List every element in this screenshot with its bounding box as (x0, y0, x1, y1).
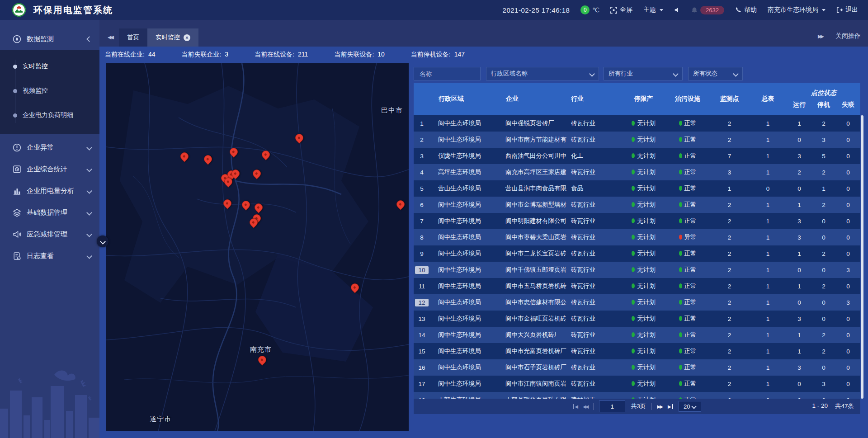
table-row[interactable]: 10 阆中生态环境局 阆中千佛镇五郎垭页岩 砖瓦行业 无计划 正常 2 1 0 … (414, 262, 860, 278)
tab-close-icon[interactable]: × (184, 34, 190, 41)
stats-bar: 当前在线企业:44 当前失联企业:3 当前在线设备:211 当前失联设备:10 … (105, 51, 465, 59)
table-row[interactable]: 13 阆中生态环境局 阆中市金福旺页岩机砖 砖瓦行业 无计划 正常 2 1 3 … (414, 311, 860, 327)
cell-treatment-facility: 正常 (665, 201, 710, 209)
map-pin-icon[interactable] (253, 202, 264, 213)
tab-home[interactable]: 首页 (119, 28, 147, 47)
previous-page-button[interactable]: ◀◀ (583, 404, 588, 409)
cell-region: 阆中生态环境局 (430, 217, 502, 225)
map-pin-icon[interactable] (179, 151, 190, 162)
map-marker-layer: 巴中市南充市遂宁市 (106, 63, 409, 431)
table-row[interactable]: 8 阆中生态环境局 阆中市枣碧大梁山页岩 砖瓦行业 无计划 异常 2 1 3 0… (414, 229, 860, 245)
map-pin-icon[interactable] (240, 199, 251, 210)
notifications-button[interactable]: 2632 (691, 6, 724, 14)
cell-treatment-facility: 正常 (665, 152, 710, 160)
table-row[interactable]: 2 阆中生态环境局 阆中市南方节能建材有 砖瓦行业 无计划 正常 2 1 0 3… (414, 132, 860, 148)
table-row[interactable]: 9 阆中生态环境局 阆中市二龙长宝页岩砖 砖瓦行业 无计划 正常 2 1 1 2… (414, 245, 860, 262)
map-pin-icon[interactable] (349, 282, 360, 293)
table-row[interactable]: 6 阆中生态环境局 阆中市金博瑞新型墙材 砖瓦行业 无计划 正常 2 1 1 2… (414, 197, 860, 213)
cell-monitor-points: 2 (710, 316, 749, 322)
table-row[interactable]: 5 营山生态环境局 营山县润丰肉食品有限 食品 无计划 正常 1 0 0 1 0 (414, 180, 860, 197)
sidebar-item-emergency-reduction[interactable]: 应急减排管理 (0, 223, 99, 245)
cell-limit-production: 无计划 (622, 315, 665, 323)
chevron-left-icon (86, 145, 92, 151)
table-row[interactable]: 15 阆中生态环境局 阆中市光富页岩机砖厂 砖瓦行业 无计划 正常 2 1 1 … (414, 343, 860, 359)
sidebar-collapse-handle[interactable] (97, 235, 108, 247)
map-pin-icon[interactable] (256, 354, 268, 365)
theme-dropdown[interactable]: 主题 (643, 6, 663, 14)
page-size-select[interactable]: 20 (679, 401, 701, 412)
map-pin-icon[interactable] (395, 198, 406, 210)
sidebar-item-power-analysis[interactable]: 企业用电量分析 (0, 180, 99, 202)
table-row[interactable]: 12 阆中生态环境局 阆中市忠信建材有限公 砖瓦行业 无计划 正常 2 1 0 … (414, 294, 860, 311)
tab-label: 首页 (127, 33, 139, 42)
sidebar-item-power-load-detail[interactable]: 企业电力负荷明细 (0, 103, 99, 127)
map-pin-icon[interactable] (202, 153, 213, 165)
cell-treatment-facility: 正常 (665, 298, 710, 306)
table-row[interactable]: 14 阆中生态环境局 阆中大兴页岩机砖厂 砖瓦行业 无计划 正常 2 1 1 2… (414, 327, 860, 343)
map-panel[interactable]: 巴中市南充市遂宁市 (106, 63, 409, 431)
sidebar-submenu: 实时监控 视频监控 企业电力负荷明细 (0, 50, 99, 134)
tab-realtime-monitoring[interactable]: 实时监控 × (147, 28, 198, 47)
table-row[interactable]: 11 阆中生态环境局 阆中市五马桥页岩机砖 砖瓦行业 无计划 正常 2 1 1 … (414, 278, 860, 294)
region-select[interactable]: 行政区域名称 (486, 67, 599, 80)
cell-index: 17 (414, 380, 430, 388)
header-treatment-facility: 治污设施 (665, 83, 710, 115)
name-search-input[interactable] (419, 70, 476, 78)
chevron-left-icon (86, 253, 92, 259)
cell-lost: 0 (836, 332, 860, 339)
sidebar-item-log-view[interactable]: 日志查看 (0, 245, 99, 267)
sidebar-item-enterprise-statistics[interactable]: 企业综合统计 (0, 158, 99, 180)
stat-online-enterprises: 当前在线企业:44 (105, 51, 155, 59)
cell-stopped: 2 (811, 332, 836, 339)
help-button[interactable]: 帮助 (735, 6, 757, 14)
page-number-input[interactable] (599, 400, 625, 412)
table-row[interactable]: 16 阆中生态环境局 阆中市石子页岩机砖厂 砖瓦行业 无计划 正常 2 1 3 … (414, 359, 860, 376)
table-row[interactable]: 7 阆中生态环境局 阆中明阳建材有限公司 砖瓦行业 无计划 正常 2 1 3 0… (414, 213, 860, 229)
cell-monitor-points: 1 (710, 185, 749, 192)
sidebar-item-enterprise-abnormal[interactable]: 企业异常 (0, 137, 99, 158)
cell-company: 阆中千佛镇五郎垭页岩 (502, 266, 570, 274)
cell-company: 阆中市光富页岩机砖厂 (502, 347, 570, 355)
cell-limit-production: 无计划 (622, 380, 665, 388)
fullscreen-button[interactable]: 全屏 (610, 6, 632, 14)
cell-running: 1 (787, 283, 811, 290)
sidebar-item-video-monitoring[interactable]: 视频监控 (0, 79, 99, 103)
sidebar-item-data-monitoring[interactable]: 数据监测 (0, 28, 99, 50)
tabs-scroll-right-button[interactable]: ▶▶ (818, 33, 823, 39)
map-pin-icon[interactable] (293, 132, 305, 143)
cell-running: 1 (787, 250, 811, 257)
user-org-dropdown[interactable]: 南充市生态环境局 (768, 6, 826, 14)
status-select[interactable]: 所有状态 (688, 67, 743, 80)
tabs-scroll-left-button[interactable]: ◀◀ (99, 34, 119, 47)
table-row[interactable]: 1 阆中生态环境局 阆中强锐页岩砖厂 砖瓦行业 无计划 正常 2 1 1 2 0 (414, 115, 860, 132)
map-pin-icon[interactable] (260, 149, 271, 160)
cell-company: 阆中市枣碧大梁山页岩 (502, 233, 570, 241)
map-pin-icon[interactable] (228, 146, 239, 157)
sidebar-item-base-data[interactable]: 基础数据管理 (0, 202, 99, 223)
sidebar-item-realtime-monitoring[interactable]: 实时监控 (0, 54, 99, 79)
next-page-button[interactable]: ▶▶ (657, 404, 662, 409)
mute-speaker-button[interactable] (674, 7, 680, 13)
first-page-button[interactable]: ◀ (573, 404, 577, 409)
map-pin-icon[interactable] (222, 198, 233, 209)
table-row[interactable]: 3 仪陇生态环境局 西南油气田分公司川中 化工 无计划 正常 7 1 3 5 0 (414, 148, 860, 164)
cell-region: 阆中生态环境局 (430, 363, 502, 372)
cell-total-meters: 1 (749, 267, 787, 273)
cell-index: 15 (414, 348, 430, 355)
cell-industry: 砖瓦行业 (570, 233, 622, 241)
sidebar: 数据监测 实时监控 视频监控 企业电力负荷明细 (0, 20, 99, 438)
cell-stopped: 3 (811, 381, 836, 387)
table-scrollbar[interactable] (861, 115, 863, 399)
table-row[interactable]: 18 南部生态环境局 南部县瑞华页岩砖有限 建材加工 无计划 正常 6 2 0 … (414, 392, 860, 399)
last-page-button[interactable]: ▶ (668, 404, 673, 409)
industry-select[interactable]: 所有行业 (604, 67, 683, 80)
table-row[interactable]: 17 阆中生态环境局 阆中市江南镇阆南页岩 砖瓦行业 无计划 正常 2 1 0 … (414, 376, 860, 392)
cell-lost: 0 (836, 202, 860, 208)
cell-total-meters: 1 (749, 381, 787, 387)
cell-total-meters: 1 (749, 202, 787, 208)
map-pin-icon[interactable] (251, 168, 262, 179)
table-row[interactable]: 4 高坪生态环境局 南充市高坪区王家店建 砖瓦行业 无计划 正常 3 1 2 2… (414, 164, 860, 180)
cell-region: 阆中生态环境局 (430, 282, 502, 290)
close-operations-button[interactable]: 关闭操作 (835, 32, 861, 40)
logout-button[interactable]: 退出 (836, 6, 858, 14)
